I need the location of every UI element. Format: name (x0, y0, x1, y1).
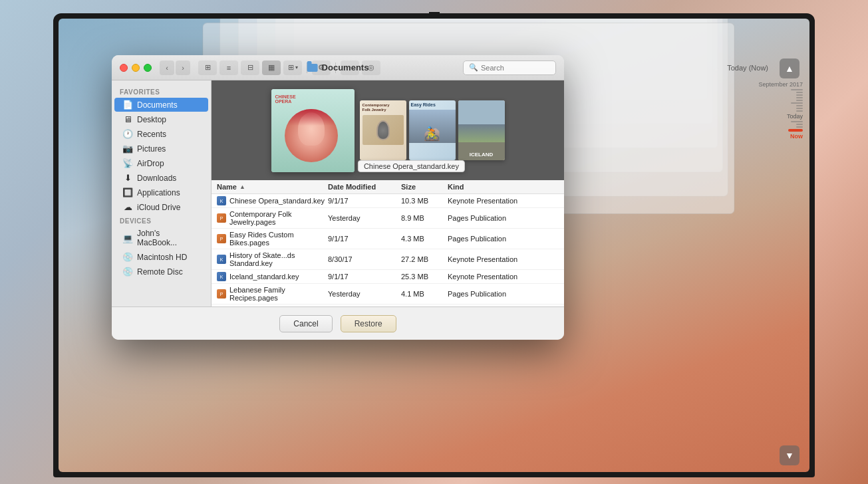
sidebar-item-recents[interactable]: 🕐 Recents (114, 127, 208, 141)
nav-arrows: ‹ › (160, 60, 190, 75)
opera-face (285, 109, 338, 162)
timeline-now-bar (788, 129, 803, 132)
sidebar-item-pictures-label: Pictures (137, 144, 166, 154)
timeline-mark (796, 105, 803, 106)
sidebar-item-remote[interactable]: 💿 Remote Disc (114, 265, 208, 279)
laptop-frame: ▲ September 2017 Today Now ▼ (53, 13, 815, 477)
laptop-screen: ▲ September 2017 Today Now ▼ (59, 19, 809, 472)
gallery-view-button[interactable]: ▦ (262, 60, 281, 75)
timeline-mark (796, 94, 803, 96)
airdrop-icon: 📡 (122, 158, 133, 168)
window-title: Documents (307, 62, 369, 72)
side-preview-3: ICELAND (458, 100, 505, 160)
macintosh-icon: 💿 (122, 252, 133, 262)
nav-back-button[interactable]: ‹ (160, 60, 174, 75)
sidebar-item-pictures[interactable]: 📷 Pictures (114, 142, 208, 156)
list-view-button[interactable]: ≡ (219, 60, 238, 75)
timeline-mark (796, 97, 803, 98)
search-input[interactable] (481, 64, 547, 72)
table-row[interactable]: P Easy Rides Custom Bikes.pages 9/1/17 4… (212, 229, 564, 249)
file-date: 9/1/17 (328, 273, 401, 281)
applications-icon: 🔲 (122, 187, 133, 197)
sidebar-item-macbook-label: John's MacBook... (137, 229, 200, 247)
sidebar-item-airdrop[interactable]: 📡 AirDrop (114, 156, 208, 170)
titlebar: ‹ › ⊞ ≡ ⊟ ▦ ⊞▾ ⚙ ↑ ◎ Documents (112, 55, 564, 80)
sidebar-item-applications-label: Applications (137, 188, 180, 197)
sidebar-item-airdrop-label: AirDrop (137, 159, 164, 168)
file-name-cell: K Chinese Opera_standard.key (217, 196, 328, 205)
timeline-mark (796, 124, 803, 125)
column-date[interactable]: Date Modified (328, 183, 401, 191)
pictures-icon: 📷 (122, 144, 133, 154)
bike-icon: 🚵 (424, 126, 440, 142)
recents-icon: 🕐 (122, 129, 133, 139)
side-preview-2: Easy Rides 🚵 (409, 100, 456, 160)
file-date: 9/1/17 (328, 197, 401, 205)
sidebar-item-icloud-label: iCloud Drive (137, 203, 180, 212)
minimize-button[interactable] (132, 64, 140, 72)
file-size: 8.9 MB (401, 214, 448, 222)
search-bar[interactable]: 🔍 (463, 60, 556, 75)
file-date: Yesterday (328, 214, 401, 222)
table-row[interactable]: P Contemporary Folk Jewelry.pages Yester… (212, 208, 564, 229)
sidebar-item-applications[interactable]: 🔲 Applications (114, 185, 208, 199)
sidebar-item-icloud[interactable]: ☁ iCloud Drive (114, 200, 208, 214)
remote-icon: 💿 (122, 267, 133, 277)
view-icon-button[interactable]: ⊞ (198, 60, 217, 75)
group-button[interactable]: ⊞▾ (283, 60, 302, 75)
column-kind[interactable]: Kind (448, 183, 559, 191)
pages-icon: P (217, 289, 226, 299)
file-date: 9/1/17 (328, 235, 401, 243)
file-list-header: Name ▲ Date Modified Size Kind (212, 180, 564, 194)
file-kind: Keynote Presentation (448, 273, 559, 281)
file-kind: Keynote Presentation (448, 255, 559, 263)
sidebar-item-desktop[interactable]: 🖥 Desktop (114, 112, 208, 126)
landscape: ICELAND (458, 100, 505, 160)
table-row[interactable]: K History of Skate...ds Standard.key 8/3… (212, 249, 564, 270)
favorites-label: Favorites (112, 86, 211, 97)
file-name-cell: K History of Skate...ds Standard.key (217, 251, 328, 267)
timeline-down-button[interactable]: ▼ (780, 445, 799, 465)
file-size: 10.3 MB (401, 197, 448, 205)
sidebar-item-macbook[interactable]: 💻 John's MacBook... (114, 227, 208, 249)
timeline-track: September 2017 Today Now (774, 81, 805, 443)
timeline-mark (796, 110, 803, 112)
column-name[interactable]: Name ▲ (217, 183, 328, 191)
sidebar-item-documents[interactable]: 📄 Documents (114, 98, 208, 112)
timeline-mark (791, 89, 803, 90)
restore-button[interactable]: Restore (341, 315, 396, 332)
file-list-container[interactable]: Name ▲ Date Modified Size Kind K Chinese (212, 180, 564, 306)
cancel-button[interactable]: Cancel (279, 315, 332, 332)
maximize-button[interactable] (144, 64, 152, 72)
preview-tooltip: Chinese Opera_standard.key (358, 160, 465, 172)
column-view-button[interactable]: ⊟ (241, 60, 259, 75)
file-name: Easy Rides Custom Bikes.pages (229, 231, 328, 247)
table-row[interactable]: N Pacific Crest Trail.numbers 9/1/17 2.9… (212, 304, 564, 306)
devices-label: Devices (112, 215, 211, 226)
file-name-cell: P Contemporary Folk Jewelry.pages (217, 210, 328, 226)
chinese-opera-cover: CHINESEOPERA (271, 89, 355, 172)
timeline-mark (796, 108, 803, 109)
timeline-today-label: Today (787, 113, 803, 120)
table-row[interactable]: P Lebanese Family Recipes.pages Yesterda… (212, 284, 564, 304)
timeline-mark (796, 126, 803, 128)
opera-hair (285, 109, 338, 126)
keynote-icon: K (217, 196, 226, 205)
file-date: Yesterday (328, 290, 401, 298)
nav-forward-button[interactable]: › (176, 60, 190, 75)
file-name-cell: P Lebanese Family Recipes.pages (217, 286, 328, 302)
sidebar-item-macintosh[interactable]: 💿 Macintosh HD (114, 250, 208, 264)
sidebar-item-remote-label: Remote Disc (137, 267, 183, 277)
column-size[interactable]: Size (401, 183, 448, 191)
sidebar-item-downloads[interactable]: ⬇ Downloads (114, 171, 208, 185)
timeline-mark (796, 92, 803, 93)
file-name-cell: K Iceland_standard.key (217, 272, 328, 281)
close-button[interactable] (120, 64, 128, 72)
table-row[interactable]: K Chinese Opera_standard.key 9/1/17 10.3… (212, 194, 564, 208)
timeline-up-button[interactable]: ▲ (780, 59, 799, 78)
table-row[interactable]: K Iceland_standard.key 9/1/17 25.3 MB Ke… (212, 270, 564, 284)
keynote-icon: K (217, 272, 226, 281)
sidebar-item-downloads-label: Downloads (137, 174, 176, 183)
main-preview-card: CHINESEOPERA (271, 89, 355, 172)
keynote-icon: K (217, 255, 226, 264)
